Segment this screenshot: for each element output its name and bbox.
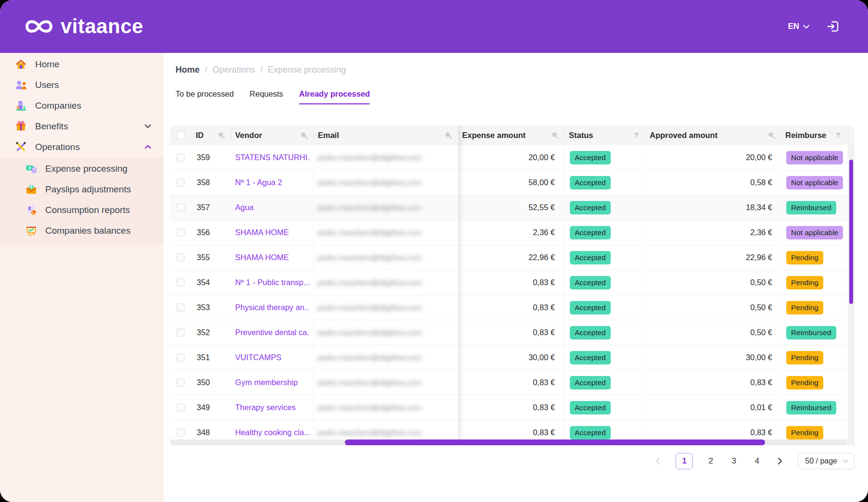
page-size-label: 50 / page xyxy=(805,457,837,465)
payslip-envelope-icon: € xyxy=(25,183,38,196)
row-checkbox[interactable] xyxy=(176,428,185,437)
app-header: vitaance EN xyxy=(0,0,868,53)
brand-name: vitaance xyxy=(61,15,143,38)
status-badge: Accepted xyxy=(570,401,611,414)
row-checkbox[interactable] xyxy=(176,203,185,212)
search-icon[interactable] xyxy=(217,131,226,139)
sidebar-item-operations[interactable]: Operations xyxy=(0,137,164,157)
pagination-prev-button[interactable] xyxy=(653,453,663,469)
chevron-down-icon xyxy=(843,459,848,463)
table-row[interactable]: 354 Nº 1 - Public transp... pedro.masche… xyxy=(170,270,855,295)
status-badge: Accepted xyxy=(570,351,611,364)
table-row[interactable]: 350 Gym membership pedro.maschero@digith… xyxy=(170,370,855,395)
vendor-link[interactable]: Nº 1 - Public transp... xyxy=(235,278,310,287)
breadcrumb-expense-processing: Expense processing xyxy=(268,65,346,75)
vendor-link[interactable]: VUITCAMPS xyxy=(235,353,281,362)
select-all-checkbox[interactable] xyxy=(176,131,185,139)
sidebar-item-consumption-reports[interactable]: € Consumption reports xyxy=(0,200,164,220)
language-selector[interactable]: EN xyxy=(788,22,809,31)
vertical-scrollbar-track[interactable] xyxy=(848,145,855,445)
sidebar-item-companies-balances[interactable]: Companies balances xyxy=(0,220,164,241)
sidebar-item-label: Users xyxy=(35,80,59,90)
status-badge: Accepted xyxy=(570,176,611,189)
search-icon[interactable] xyxy=(551,131,559,139)
sidebar-item-label: Companies balances xyxy=(45,226,130,236)
sidebar-item-expense-processing[interactable]: Expense processing xyxy=(0,158,164,179)
pagination-next-button[interactable] xyxy=(775,453,785,469)
sidebar-item-companies[interactable]: Companies xyxy=(0,95,164,116)
row-checkbox[interactable] xyxy=(176,378,185,387)
search-icon[interactable] xyxy=(300,131,308,139)
vendor-link[interactable]: Healthy cooking cla... xyxy=(235,428,310,437)
sidebar-item-users[interactable]: Users xyxy=(0,75,164,95)
row-checkbox[interactable] xyxy=(176,353,185,362)
pagination-page-2[interactable]: 2 xyxy=(705,453,716,469)
search-icon[interactable] xyxy=(767,131,776,139)
sidebar-item-benefits[interactable]: Benefits xyxy=(0,116,164,137)
status-badge: Accepted xyxy=(570,326,611,339)
svg-text:€: € xyxy=(28,206,31,211)
brand-logo[interactable]: vitaance xyxy=(24,15,143,38)
vendor-link[interactable]: Gym membership xyxy=(235,378,298,387)
table-row[interactable]: 349 Therapy services pedro.maschero@digi… xyxy=(170,395,855,420)
reimburse-badge: Pending xyxy=(786,426,823,439)
row-checkbox[interactable] xyxy=(176,153,185,162)
vendor-link[interactable]: Therapy services xyxy=(235,403,296,412)
row-checkbox[interactable] xyxy=(176,303,185,312)
vendor-link[interactable]: Preventive dental ca... xyxy=(235,328,310,337)
sidebar-item-label: Expense processing xyxy=(45,163,127,174)
approved-amount: 0,50 € xyxy=(750,303,772,312)
horizontal-scrollbar-thumb[interactable] xyxy=(345,439,765,445)
tab-requests[interactable]: Requests xyxy=(250,89,283,104)
tab-already-processed[interactable]: Already processed xyxy=(299,89,370,104)
row-id: 356 xyxy=(196,228,210,237)
breadcrumb: Home / Operations / Expense processing xyxy=(176,64,855,75)
row-checkbox[interactable] xyxy=(176,178,185,187)
column-header-email: Email xyxy=(318,131,339,140)
horizontal-scrollbar-track[interactable] xyxy=(170,439,848,445)
row-checkbox[interactable] xyxy=(176,403,185,412)
row-id: 353 xyxy=(196,303,210,312)
table-row[interactable]: 358 Nº 1 - Agua 2 pedro.maschero@digithe… xyxy=(170,170,855,195)
vendor-link[interactable]: Agua xyxy=(235,203,254,212)
logout-button[interactable] xyxy=(826,19,840,34)
sidebar-item-home[interactable]: Home xyxy=(0,54,164,75)
vendor-link[interactable]: SHAMA HOME xyxy=(235,228,289,237)
table-row[interactable]: 355 SHAMA HOME pedro.maschero@digithea.c… xyxy=(170,245,855,270)
pagination-page-4[interactable]: 4 xyxy=(752,453,762,469)
page-size-select[interactable]: 50 / page xyxy=(798,453,855,469)
breadcrumb-separator: / xyxy=(205,65,207,75)
row-checkbox[interactable] xyxy=(176,228,185,237)
filter-funnel-icon[interactable] xyxy=(835,132,842,139)
vendor-link[interactable]: SHAMA HOME xyxy=(235,253,289,262)
approved-amount: 0,50 € xyxy=(750,328,772,337)
table-row[interactable]: 357 Agua pedro.maschero@digithea.com 52,… xyxy=(170,195,855,220)
search-icon[interactable] xyxy=(444,131,453,139)
row-id: 355 xyxy=(196,253,210,262)
breadcrumb-home[interactable]: Home xyxy=(176,65,200,75)
email-redacted: pedro.maschero@digithea.com xyxy=(318,253,422,262)
tab-to-be-processed[interactable]: To be processed xyxy=(176,89,234,104)
status-badge: Accepted xyxy=(570,151,611,164)
filter-funnel-icon[interactable] xyxy=(633,132,640,139)
table-row[interactable]: 359 STATENS NATURHI... pedro.maschero@di… xyxy=(170,145,855,170)
approved-amount: 0,83 € xyxy=(750,428,772,437)
breadcrumb-operations[interactable]: Operations xyxy=(213,65,255,75)
row-checkbox[interactable] xyxy=(176,253,185,262)
main-content: Home / Operations / Expense processing T… xyxy=(164,53,868,502)
row-checkbox[interactable] xyxy=(176,328,185,337)
table-row[interactable]: 353 Physical therapy an... pedro.mascher… xyxy=(170,295,855,320)
status-badge: Accepted xyxy=(570,226,611,239)
vertical-scrollbar-thumb[interactable] xyxy=(849,160,853,304)
vendor-link[interactable]: STATENS NATURHI... xyxy=(235,153,310,162)
table-row[interactable]: 352 Preventive dental ca... pedro.masche… xyxy=(170,320,855,345)
row-checkbox[interactable] xyxy=(176,278,185,287)
vendor-link[interactable]: Nº 1 - Agua 2 xyxy=(235,178,282,187)
table-row[interactable]: 356 SHAMA HOME pedro.maschero@digithea.c… xyxy=(170,220,855,245)
pagination-page-3[interactable]: 3 xyxy=(729,453,739,469)
pagination-page-1[interactable]: 1 xyxy=(676,453,693,469)
vendor-link[interactable]: Physical therapy an... xyxy=(235,303,310,312)
sidebar-item-payslips-adjustments[interactable]: € Payslips adjustments xyxy=(0,179,164,200)
table-row[interactable]: 351 VUITCAMPS pedro.maschero@digithea.co… xyxy=(170,345,855,370)
row-id: 352 xyxy=(196,328,210,337)
